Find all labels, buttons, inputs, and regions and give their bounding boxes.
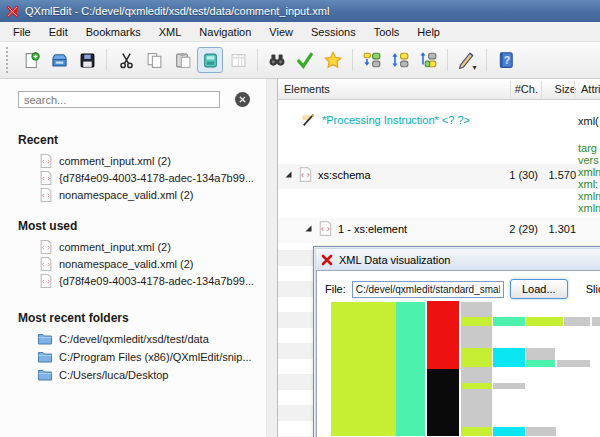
cut-icon (118, 52, 135, 69)
menu-view[interactable]: View (260, 24, 302, 40)
recent-folder-item[interactable]: C:/devel/qxmledit/xsd/test/data (18, 330, 266, 348)
treemap-block (331, 302, 396, 436)
schema-label: xs:schema (318, 169, 371, 181)
help-button[interactable]: ? (493, 47, 519, 73)
tree-row-schema[interactable]: xs:schema (284, 167, 371, 182)
most-used-file-item[interactable]: {d78f4e09-4003-4178-adec-134a7b99... (18, 272, 266, 289)
menu-file[interactable]: File (4, 24, 40, 40)
most-used-file-label: {d78f4e09-4003-4178-adec-134a7b99... (59, 275, 254, 287)
treemap-block (526, 348, 555, 360)
table-view-button[interactable] (225, 47, 251, 73)
column-size[interactable]: Size (540, 83, 576, 95)
save-icon (79, 52, 96, 69)
menu-tools[interactable]: Tools (365, 24, 409, 40)
column-elements[interactable]: Elements (284, 83, 330, 95)
column-children[interactable]: #Ch. (478, 83, 538, 95)
toolbar-separator (257, 49, 258, 71)
treemap-block (461, 326, 492, 348)
favorites-button[interactable] (320, 47, 346, 73)
xml-file-icon (40, 240, 52, 254)
menu-navigation[interactable]: Navigation (190, 24, 260, 40)
treemap-block (461, 348, 492, 367)
most-used-file-label: comment_input.xml (2) (59, 241, 171, 253)
toolbar: ▾ ? (0, 42, 600, 79)
find-button[interactable] (264, 47, 290, 73)
treemap-block (493, 427, 525, 436)
treemap-block (461, 389, 492, 427)
title-bar[interactable]: QXmlEdit - C:/devel/qxmledit/xsd/test/da… (0, 0, 600, 22)
most-used-section-title: Most used (18, 219, 266, 233)
toolbar-grip[interactable] (6, 47, 10, 73)
folder-icon (38, 351, 52, 363)
clear-search-button[interactable] (235, 92, 250, 107)
toolbar-separator (447, 49, 448, 71)
element-children-count: 2 (29) (468, 223, 538, 235)
new-document-button[interactable] (18, 47, 44, 73)
dialog-title-bar[interactable]: XML Data visualization (316, 249, 600, 270)
node-insert-button[interactable] (359, 47, 385, 73)
node-move-icon (391, 51, 409, 69)
open-file-button[interactable] (46, 47, 72, 73)
save-button[interactable] (74, 47, 100, 73)
tree-row-processing-instruction[interactable]: *Processing Instruction* <? ?> (301, 113, 470, 127)
menu-bookmarks[interactable]: Bookmarks (77, 24, 150, 40)
recent-file-item[interactable]: comment_input.xml (2) (18, 152, 266, 169)
recent-folder-label: C:/Program Files (x86)/QXmlEdit/snip... (59, 351, 252, 363)
menu-sessions[interactable]: Sessions (302, 24, 365, 40)
toolbar-separator (486, 49, 487, 71)
node-append-button[interactable] (415, 47, 441, 73)
search-input[interactable] (18, 91, 220, 108)
pi-label: *Processing Instruction* <? ?> (322, 114, 470, 126)
xml-element-icon (299, 167, 312, 182)
recent-file-item[interactable]: {d78f4e09-4003-4178-adec-134a7b99... (18, 169, 266, 186)
treemap-block (564, 317, 590, 326)
node-move-button[interactable] (387, 47, 413, 73)
copy-icon (146, 52, 163, 69)
recent-file-label: {d78f4e09-4003-4178-adec-134a7b99... (59, 172, 254, 184)
treemap-block (526, 317, 563, 326)
tree-view-icon (202, 52, 219, 69)
dialog-app-icon (321, 254, 333, 266)
file-path-input[interactable] (352, 281, 504, 298)
menu-xml[interactable]: XML (150, 24, 191, 40)
copy-button[interactable] (141, 47, 167, 73)
treemap-block (526, 360, 555, 367)
close-icon (239, 96, 246, 103)
paste-button[interactable] (169, 47, 195, 73)
tree-row-element[interactable]: 1 - xs:element (304, 221, 407, 236)
panel-splitter[interactable] (266, 79, 277, 437)
most-used-file-item[interactable]: nonamespace_valid.xml (2) (18, 255, 266, 272)
column-attributes[interactable]: Attributes (581, 83, 600, 95)
slice-label: Slice a (586, 283, 600, 295)
recent-folder-item[interactable]: C:/Program Files (x86)/QXmlEdit/snip... (18, 348, 266, 366)
qxmledit-window: QXmlEdit - C:/devel/qxmledit/xsd/test/da… (0, 0, 600, 437)
treemap[interactable] (326, 301, 600, 437)
recent-file-item[interactable]: nonamespace_valid.xml (2) (18, 186, 266, 203)
recent-folder-label: C:/Users/luca/Desktop (59, 369, 168, 381)
paste-icon (174, 52, 191, 69)
node-append-icon (419, 51, 437, 69)
menu-edit[interactable]: Edit (40, 24, 77, 40)
edit-pen-button[interactable]: ▾ (454, 47, 480, 73)
expanded-arrow-icon[interactable] (284, 170, 293, 179)
recent-list: comment_input.xml (2) {d78f4e09-4003-417… (18, 152, 266, 203)
recent-folder-item[interactable]: C:/Users/luca/Desktop (18, 366, 266, 384)
validate-button[interactable] (292, 47, 318, 73)
app-logo-icon (6, 5, 19, 18)
tree-view-button[interactable] (197, 47, 223, 73)
xml-element-icon (319, 221, 332, 236)
load-button[interactable]: Load... (510, 279, 568, 299)
menu-help[interactable]: Help (408, 24, 449, 40)
most-used-file-item[interactable]: comment_input.xml (2) (18, 238, 266, 255)
treemap-block (427, 301, 459, 369)
header-separator (541, 81, 542, 98)
element-size: 1.301 (540, 223, 576, 235)
table-view-icon (230, 52, 247, 69)
treemap-block (592, 317, 600, 326)
node-insert-icon (363, 51, 381, 69)
file-label: File: (325, 283, 346, 295)
search-row (18, 91, 266, 108)
most-used-list: comment_input.xml (2) nonamespace_valid.… (18, 238, 266, 289)
cut-button[interactable] (113, 47, 139, 73)
expanded-arrow-icon[interactable] (304, 224, 313, 233)
